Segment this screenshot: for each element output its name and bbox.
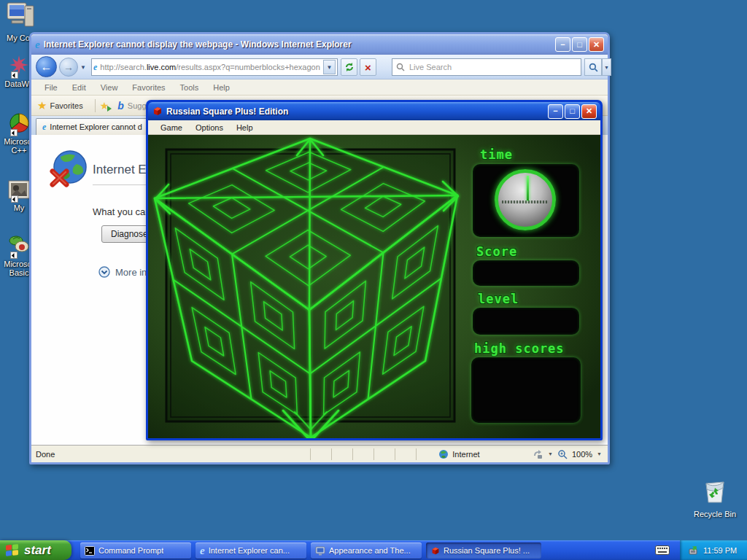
ie-titlebar[interactable]: e Internet Explorer cannot display the w…: [31, 34, 608, 55]
taskbar-button-label: Internet Explorer can...: [209, 546, 290, 555]
language-bar[interactable]: [648, 540, 677, 560]
zoom-icon[interactable]: [557, 449, 568, 459]
menu-help[interactable]: Help: [206, 81, 237, 94]
menu-help[interactable]: Help: [230, 122, 260, 133]
desktop-root: { "desktop": { "icons": [ { "label": "My…: [0, 0, 747, 560]
my-computer-icon: [0, 1, 44, 32]
game-window-title: Russian Square Plus! Edition: [166, 106, 548, 117]
taskbar-button-appearance[interactable]: Appearance and The...: [311, 542, 422, 559]
internet-zone-globe-icon: [438, 449, 449, 459]
magnifier-icon: [589, 63, 598, 72]
add-favorite-icon[interactable]: ★: [100, 100, 109, 112]
favorites-button[interactable]: Favorites: [50, 101, 82, 110]
dropdown-arrow-icon[interactable]: ▼: [548, 451, 553, 456]
red-cube-icon: [152, 106, 163, 117]
stop-x-icon: ×: [365, 61, 371, 74]
system-tray: 11:59 PM: [680, 540, 747, 560]
desktop-icon-label2: C++: [12, 146, 27, 155]
forward-button[interactable]: →: [59, 58, 78, 77]
shortcut-arrow-icon: [11, 195, 18, 203]
back-button[interactable]: ←: [36, 56, 57, 77]
address-bar[interactable]: e http://search.live.com/results.aspx?q=…: [91, 58, 338, 76]
display-properties-icon: [315, 546, 325, 556]
maximize-button[interactable]: □: [565, 104, 580, 119]
start-button[interactable]: start: [0, 540, 71, 560]
history-dropdown-icon[interactable]: ▼: [80, 64, 86, 71]
command-prompt-icon: [85, 546, 95, 556]
starburst-icon: [7, 55, 31, 78]
recycle-bin-icon: [700, 478, 729, 507]
recycle-bin-label: Recycle Bin: [687, 510, 743, 518]
status-right-controls: ▼ 100% ▼: [533, 449, 602, 459]
separator: [95, 99, 96, 112]
level-label: level: [478, 292, 519, 306]
security-zone: Internet: [438, 449, 479, 459]
keyboard-icon: [655, 545, 670, 555]
clock-ball: [495, 169, 556, 230]
menu-favorites[interactable]: Favorites: [125, 81, 172, 94]
ie-menubar: File Edit View Favorites Tools Help: [31, 79, 608, 96]
minimize-button[interactable]: −: [555, 37, 570, 52]
protected-mode-icon[interactable]: [533, 449, 543, 459]
menu-options[interactable]: Options: [189, 122, 230, 133]
ie-window-title: Internet Explorer cannot display the web…: [44, 39, 555, 50]
close-button[interactable]: ✕: [581, 104, 597, 119]
menu-file[interactable]: File: [37, 81, 65, 94]
shortcut-arrow-icon: [11, 71, 18, 79]
safely-remove-hardware-icon[interactable]: [687, 545, 699, 556]
search-icon: [396, 63, 405, 71]
page-icon: e: [93, 63, 97, 71]
status-text: Done: [36, 450, 55, 459]
menu-view[interactable]: View: [93, 81, 125, 94]
address-dropdown-button[interactable]: ▼: [323, 60, 336, 74]
bing-icon: b: [117, 100, 124, 112]
clock-needle: [527, 176, 529, 201]
close-button[interactable]: ✕: [589, 37, 604, 52]
stop-button[interactable]: ×: [360, 58, 376, 76]
time-label: time: [480, 147, 513, 162]
zoom-dropdown-icon[interactable]: ▼: [597, 451, 602, 456]
game-playfield-area: time Score level high scores: [148, 135, 600, 438]
game-window: Russian Square Plus! Edition − □ ✕ Game …: [146, 100, 603, 440]
refresh-button[interactable]: [341, 58, 357, 76]
time-panel: [473, 164, 579, 237]
taskbar-button-label: Command Prompt: [98, 546, 163, 555]
address-url: http://search.live.com/results.aspx?q=nu…: [100, 63, 323, 71]
tab-label: Internet Explorer cannot d: [50, 122, 142, 131]
menu-edit[interactable]: Edit: [65, 81, 93, 94]
taskbar-button-russian-square[interactable]: Russian Square Plus! ...: [426, 542, 541, 559]
menu-tools[interactable]: Tools: [173, 81, 206, 94]
score-label: Score: [476, 244, 517, 259]
menu-game[interactable]: Game: [154, 122, 189, 133]
photo-icon: [7, 179, 31, 202]
high-scores-label: high scores: [474, 341, 565, 356]
taskbar-button-label: Russian Square Plus! ...: [444, 546, 530, 555]
taskbar-button-command-prompt[interactable]: Command Prompt: [80, 542, 191, 559]
search-go-button[interactable]: [584, 58, 602, 76]
search-input[interactable]: Live Search: [392, 58, 581, 76]
score-panel: [473, 260, 579, 286]
taskbar-button-ie[interactable]: e Internet Explorer can...: [196, 542, 306, 559]
zone-label: Internet: [452, 450, 479, 459]
windows-flag-icon: [4, 542, 20, 559]
high-scores-panel: [471, 357, 581, 423]
level-panel: [473, 308, 579, 335]
zoom-level[interactable]: 100%: [572, 450, 592, 459]
maximize-button[interactable]: □: [572, 37, 587, 52]
minimize-button[interactable]: −: [548, 104, 563, 119]
chevron-down-circle-icon: [98, 266, 110, 278]
search-placeholder: Live Search: [409, 63, 452, 71]
ie-icon: e: [200, 545, 205, 556]
taskbar: start Command Prompt e Internet Explorer…: [0, 540, 747, 560]
game-menubar: Game Options Help: [148, 120, 600, 135]
search-options-dropdown[interactable]: ▼: [602, 58, 611, 76]
globe-error-icon: [47, 148, 90, 192]
ie-logo-icon: e: [35, 39, 40, 50]
refresh-icon: [344, 62, 355, 72]
game-titlebar[interactable]: Russian Square Plus! Edition − □ ✕: [148, 102, 600, 120]
desktop-icon-recycle-bin[interactable]: Recycle Bin: [687, 478, 743, 518]
taskbar-clock: 11:59 PM: [703, 546, 737, 555]
ie-navigation-toolbar: ← → ▼ e http://search.live.com/results.a…: [31, 55, 608, 79]
cpp-icon: [6, 111, 32, 136]
clock-tick-band: [502, 201, 549, 203]
